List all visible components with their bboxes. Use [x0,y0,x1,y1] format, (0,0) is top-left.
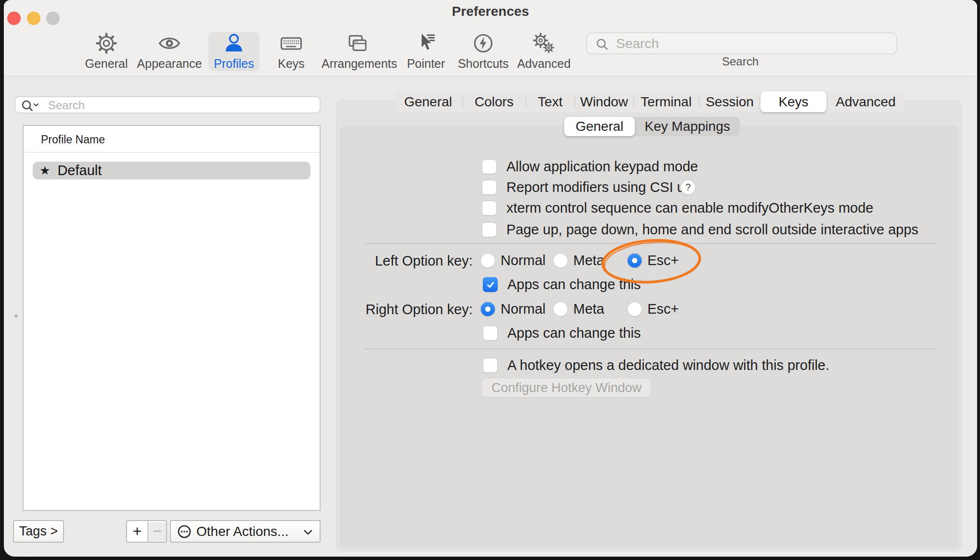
toolbar-item-label: General [70,57,142,71]
radio-right-esc[interactable] [627,302,642,317]
toolbar-search-input[interactable] [615,34,891,53]
checkbox-label[interactable]: Report modifiers using CSI u [506,180,685,195]
chevron-down-icon [303,529,313,535]
windows-icon [346,32,369,55]
lightning-icon [472,32,495,55]
radio-right-normal[interactable] [480,302,495,317]
tab-session[interactable]: Session [699,91,761,112]
window-title: Preferences [4,4,977,19]
left-option-key-label: Left Option key: [336,254,473,268]
right-option-normal: Normal [480,302,545,317]
checkbox-hotkey-window[interactable] [483,358,498,373]
tab-general[interactable]: General [394,91,463,112]
left-option-meta: Meta [553,253,604,268]
configure-hotkey-window-label: Configure Hotkey Window [491,381,642,395]
tab-terminal[interactable]: Terminal [633,91,699,112]
window-edge-dot [14,314,18,318]
subtab-key-mappings[interactable]: Key Mappings [635,117,740,136]
checkbox-csi-u[interactable] [482,180,497,195]
section-divider [364,348,937,349]
checkbox-row-csi-u: Report modifiers using CSI u [482,180,685,195]
checkbox-label[interactable]: Allow application keypad mode [506,159,698,174]
radio-label[interactable]: Meta [573,302,604,317]
tags-button[interactable]: Tags > [13,520,64,543]
toolbar-item-keys[interactable]: Keys [255,29,327,72]
profile-search-field[interactable] [14,96,321,114]
radio-left-normal[interactable] [480,253,495,268]
checkbox-keypad-mode[interactable] [482,159,497,174]
radio-label[interactable]: Normal [501,302,545,317]
toolbar-item-general[interactable]: General [70,29,142,72]
tab-colors[interactable]: Colors [463,91,526,112]
ellipsis-circle-icon [177,524,192,539]
subtab-general[interactable]: General [564,117,635,136]
add-remove-profile-group: + − [126,520,167,543]
person-icon [222,32,245,55]
toolbar-search-caption: Search [692,55,788,68]
checkbox-left-apps-can-change[interactable] [483,277,498,292]
tags-button-label: Tags > [19,524,58,539]
gears-icon [532,32,555,55]
toolbar-item-label: Arrangements [322,57,394,71]
toolbar-divider [4,76,977,76]
checkbox-modifyotherkeys[interactable] [482,201,497,216]
radio-left-meta[interactable] [553,253,568,268]
keys-subtab-bar: General Key Mappings [564,117,740,136]
other-actions-label: Other Actions... [196,524,288,539]
toolbar-item-appearance[interactable]: Appearance [133,29,206,72]
checkbox-label[interactable]: A hotkey opens a dedicated window with t… [507,358,829,373]
annotation-ellipse-icon [598,235,705,288]
checkbox-label[interactable]: Page up, page down, home and end scroll … [506,222,918,237]
toolbar-item-arrangements[interactable]: Arrangements [322,29,394,72]
left-option-normal: Normal [480,253,545,268]
cursor-icon [414,32,438,55]
toolbar-item-label: Appearance [133,57,206,71]
hotkey-row: A hotkey opens a dedicated window with t… [483,358,829,373]
right-apps-can-change-row: Apps can change this [483,326,641,341]
radio-right-meta[interactable] [553,302,568,317]
gear-icon [95,32,118,55]
other-actions-dropdown[interactable]: Other Actions... [170,520,321,543]
star-icon: ★ [39,162,50,179]
profile-list-header: Profile Name [41,133,105,146]
help-button[interactable]: ? [681,180,696,195]
eye-icon [158,32,181,55]
checkbox-right-apps-can-change[interactable] [483,326,498,341]
tab-keys[interactable]: Keys [761,91,826,112]
toolbar-item-advanced[interactable]: Advanced [508,29,580,72]
right-option-esc: Esc+ [627,302,679,317]
profile-search-input[interactable] [47,98,314,113]
checkbox-row-modifyotherkeys: xterm control sequence can enable modify… [482,201,873,216]
checkbox-page-scroll[interactable] [482,222,497,237]
profile-name: Default [57,163,102,178]
preferences-window: Preferences General Appearance [0,0,980,560]
remove-profile-button-disabled: − [148,522,166,540]
profile-header-divider [23,152,320,153]
search-menu-icon [21,100,43,112]
checkbox-row-keypad-mode: Allow application keypad mode [482,159,698,174]
check-icon [486,280,495,289]
search-icon [596,38,608,51]
profile-list [23,125,321,511]
toolbar-item-label: Advanced [508,57,580,71]
profile-tab-bar: General Colors Text Window Terminal Sess… [394,91,905,112]
tab-text[interactable]: Text [526,91,575,112]
tab-window[interactable]: Window [575,91,633,112]
checkbox-label[interactable]: Apps can change this [507,326,641,341]
configure-hotkey-window-button-disabled: Configure Hotkey Window [482,378,651,397]
radio-label[interactable]: Esc+ [647,302,679,317]
profile-row-default[interactable]: ★ Default [33,162,310,179]
right-option-meta: Meta [553,302,604,317]
checkbox-label[interactable]: xterm control sequence can enable modify… [506,201,873,216]
toolbar-search-field[interactable] [586,32,897,54]
radio-label[interactable]: Normal [501,253,545,268]
toolbar-item-label: Keys [255,57,327,71]
add-profile-button[interactable]: + [127,521,148,542]
tab-advanced[interactable]: Advanced [826,91,905,112]
keyboard-icon [280,32,303,55]
right-option-key-label: Right Option key: [336,302,473,317]
